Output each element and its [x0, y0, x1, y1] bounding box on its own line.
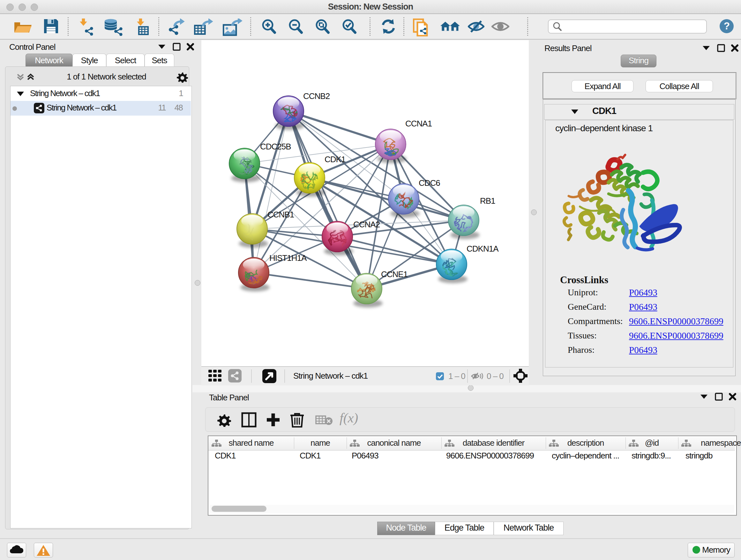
svg-text:RB1: RB1 [480, 196, 495, 206]
svg-text:CDK1: CDK1 [325, 154, 346, 164]
svg-text:CDKN1A: CDKN1A [467, 244, 499, 253]
svg-text:CCNB2: CCNB2 [303, 91, 330, 101]
svg-text:CDC6: CDC6 [419, 178, 440, 188]
svg-text:CCNB1: CCNB1 [267, 210, 294, 219]
svg-text:CCNA1: CCNA1 [405, 119, 432, 128]
svg-text:CCNE1: CCNE1 [381, 269, 408, 279]
svg-text:HIST1H1A: HIST1H1A [269, 253, 307, 263]
svg-text:CDC25B: CDC25B [260, 142, 291, 151]
svg-text:CCNA2: CCNA2 [353, 220, 380, 229]
